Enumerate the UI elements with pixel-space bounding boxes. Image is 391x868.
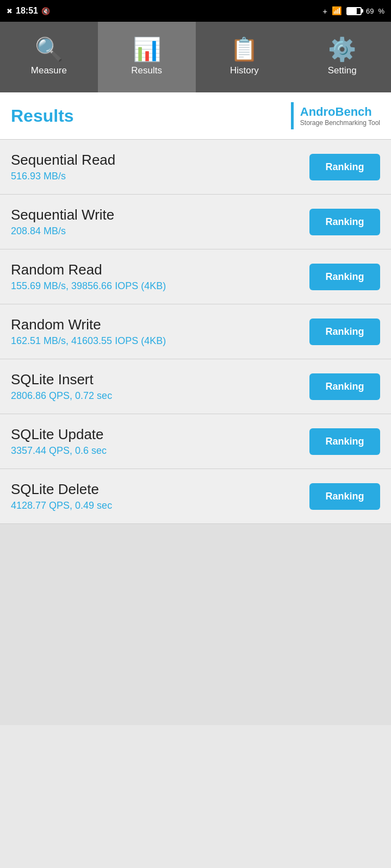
result-name-sqlite-delete: SQLite Delete bbox=[11, 481, 309, 498]
result-name-sqlite-update: SQLite Update bbox=[11, 426, 309, 443]
tab-history-label: History bbox=[230, 65, 259, 76]
result-value-sequential-read: 516.93 MB/s bbox=[11, 171, 309, 182]
ranking-button-random-write[interactable]: Ranking bbox=[309, 319, 380, 345]
brand-logo: AndroBench Storage Benchmarking Tool bbox=[291, 102, 380, 129]
result-name-random-read: Random Read bbox=[11, 261, 309, 278]
results-title: Results bbox=[11, 106, 74, 126]
tab-results[interactable]: 📊 Results bbox=[98, 22, 196, 92]
ranking-button-sequential-read[interactable]: Ranking bbox=[309, 154, 380, 180]
brand-name: AndroBench bbox=[300, 105, 380, 119]
status-right: + 📶 69% bbox=[322, 6, 384, 16]
result-info-random-write: Random Write 162.51 MB/s, 41603.55 IOPS … bbox=[11, 316, 309, 347]
result-sequential-read: Sequential Read 516.93 MB/s Ranking bbox=[0, 140, 391, 195]
result-sqlite-update: SQLite Update 3357.44 QPS, 0.6 sec Ranki… bbox=[0, 414, 391, 469]
brand-subtitle: Storage Benchmarking Tool bbox=[300, 119, 380, 127]
result-name-sqlite-insert: SQLite Insert bbox=[11, 371, 309, 388]
result-sqlite-delete: SQLite Delete 4128.77 QPS, 0.49 sec Rank… bbox=[0, 469, 391, 524]
results-header: Results AndroBench Storage Benchmarking … bbox=[0, 92, 391, 140]
results-icon: 📊 bbox=[133, 38, 161, 61]
bluetooth-icon: + bbox=[322, 7, 327, 16]
result-random-write: Random Write 162.51 MB/s, 41603.55 IOPS … bbox=[0, 304, 391, 359]
results-list: Sequential Read 516.93 MB/s Ranking Sequ… bbox=[0, 140, 391, 524]
result-sequential-write: Sequential Write 208.84 MB/s Ranking bbox=[0, 195, 391, 249]
result-sqlite-insert: SQLite Insert 2806.86 QPS, 0.72 sec Rank… bbox=[0, 359, 391, 414]
brand-name-part2: Bench bbox=[336, 105, 372, 118]
ranking-button-sqlite-update[interactable]: Ranking bbox=[309, 428, 380, 455]
tab-setting[interactable]: ⚙️ Setting bbox=[293, 22, 391, 92]
result-info-sqlite-insert: SQLite Insert 2806.86 QPS, 0.72 sec bbox=[11, 371, 309, 402]
status-bar: ✖ 18:51 🔇 + 📶 69% bbox=[0, 0, 391, 22]
wifi-icon: 📶 bbox=[332, 6, 342, 16]
sim-icon: ✖ bbox=[7, 7, 13, 15]
result-info-sequential-read: Sequential Read 516.93 MB/s bbox=[11, 152, 309, 182]
result-value-sqlite-update: 3357.44 QPS, 0.6 sec bbox=[11, 445, 309, 457]
measure-icon: 🔍 bbox=[35, 38, 63, 61]
brand-name-part1: Andro bbox=[300, 105, 336, 118]
nav-tabs: 🔍 Measure 📊 Results 📋 History ⚙️ Setting bbox=[0, 22, 391, 92]
result-random-read: Random Read 155.69 MB/s, 39856.66 IOPS (… bbox=[0, 249, 391, 304]
result-value-sqlite-insert: 2806.86 QPS, 0.72 sec bbox=[11, 390, 309, 402]
battery-percent: 69 bbox=[366, 7, 374, 15]
result-info-sqlite-delete: SQLite Delete 4128.77 QPS, 0.49 sec bbox=[11, 481, 309, 511]
battery-fill bbox=[347, 8, 357, 14]
result-value-sqlite-delete: 4128.77 QPS, 0.49 sec bbox=[11, 500, 309, 511]
tab-measure-label: Measure bbox=[31, 65, 67, 76]
status-left: ✖ 18:51 🔇 bbox=[7, 6, 50, 16]
ranking-button-sequential-write[interactable]: Ranking bbox=[309, 209, 380, 235]
result-info-sequential-write: Sequential Write 208.84 MB/s bbox=[11, 207, 309, 237]
result-info-random-read: Random Read 155.69 MB/s, 39856.66 IOPS (… bbox=[11, 261, 309, 292]
bottom-empty-area bbox=[0, 524, 391, 725]
tab-setting-label: Setting bbox=[328, 65, 357, 76]
ranking-button-sqlite-delete[interactable]: Ranking bbox=[309, 483, 380, 510]
time: 18:51 bbox=[16, 6, 38, 16]
result-name-random-write: Random Write bbox=[11, 316, 309, 333]
volume-icon: 🔇 bbox=[41, 7, 50, 15]
result-value-random-write: 162.51 MB/s, 41603.55 IOPS (4KB) bbox=[11, 335, 309, 347]
result-value-random-read: 155.69 MB/s, 39856.66 IOPS (4KB) bbox=[11, 280, 309, 292]
setting-icon: ⚙️ bbox=[328, 38, 356, 61]
tab-measure[interactable]: 🔍 Measure bbox=[0, 22, 98, 92]
result-value-sequential-write: 208.84 MB/s bbox=[11, 226, 309, 237]
history-icon: 📋 bbox=[230, 38, 258, 61]
tab-results-label: Results bbox=[131, 65, 162, 76]
brand-bar-accent bbox=[291, 102, 294, 129]
brand-text: AndroBench Storage Benchmarking Tool bbox=[300, 105, 380, 127]
tab-history[interactable]: 📋 History bbox=[196, 22, 294, 92]
result-info-sqlite-update: SQLite Update 3357.44 QPS, 0.6 sec bbox=[11, 426, 309, 457]
result-name-sequential-read: Sequential Read bbox=[11, 152, 309, 168]
ranking-button-sqlite-insert[interactable]: Ranking bbox=[309, 373, 380, 400]
ranking-button-random-read[interactable]: Ranking bbox=[309, 264, 380, 290]
battery-icon bbox=[346, 7, 362, 15]
result-name-sequential-write: Sequential Write bbox=[11, 207, 309, 223]
